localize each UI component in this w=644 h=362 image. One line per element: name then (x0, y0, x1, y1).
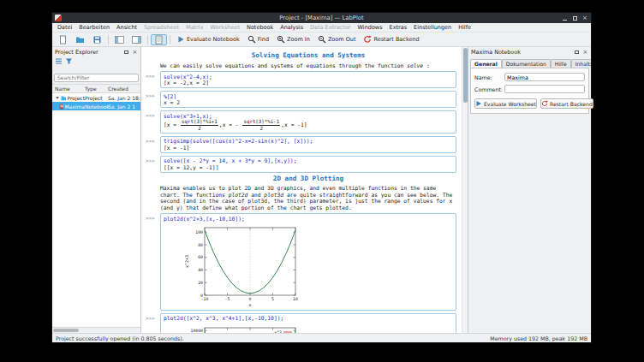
tree-row-maxima[interactable]: M Maxima Notebook Sa. Jan 2 1 (52, 102, 140, 110)
comment-input[interactable] (504, 85, 585, 93)
command-cell-plot2[interactable]: >>> plot2d([x^2, x^3, x^4+1],[x,-10,10])… (160, 313, 456, 334)
name-input[interactable] (504, 73, 585, 81)
restart-backend-button[interactable]: Restart Backend (360, 34, 422, 45)
cell-input[interactable]: solve([x - 2*y = 14, x + 3*y = 9],[x,y])… (164, 157, 453, 164)
command-cell[interactable]: >>> solve([x - 2*y = 14, x + 3*y = 9],[x… (160, 156, 456, 173)
svg-text:80: 80 (198, 243, 203, 247)
evaluate-notebook-button[interactable]: Evaluate Notebook (173, 34, 243, 45)
restart-icon (541, 100, 548, 107)
cell-prompt: >>> (146, 93, 159, 100)
zoom-out-icon (318, 35, 326, 44)
maximize-button[interactable] (571, 15, 578, 21)
menu-hilfe[interactable]: Hilfe (455, 24, 474, 31)
cell-input[interactable]: trigsimp(solve([cos(x)^2-x=2-sin(x)^2], … (164, 138, 453, 145)
text-entry[interactable]: Maxima enables us to plot 2D and 3D grap… (160, 185, 456, 211)
output-fragment: ,x = -1] (281, 122, 307, 128)
menu-datei[interactable]: Datei (54, 24, 75, 31)
open-project-button[interactable] (72, 34, 88, 45)
notebook-view-button[interactable] (151, 34, 167, 45)
notebook-page-icon (154, 35, 164, 45)
maximize-icon (573, 16, 577, 21)
project-tree: Name Type Created Project Project Sa. Ja… (52, 84, 140, 327)
menu-analysis[interactable]: Analysis (277, 24, 307, 31)
scrollbar-thumb[interactable] (463, 48, 468, 103)
command-cell-plot1[interactable]: >>> plot2d(x^2+3,[x,-10,10]); 0204060801… (160, 213, 456, 311)
column-name[interactable]: Name (52, 86, 85, 92)
toggle-properties-button[interactable] (128, 34, 145, 45)
project-explorer-header: Project Explorer × (52, 47, 140, 56)
float-icon (575, 50, 579, 54)
evaluate-worksheet-button[interactable]: Evaluate Worksheet (474, 98, 537, 109)
command-cell[interactable]: >>> %[2] x = 2 (160, 91, 456, 108)
cell-output: x = 2 (164, 99, 453, 106)
plot2d-parabola-chart: 020406080100-10-50510xx^2+3 (184, 223, 300, 307)
properties-title: Maxima Notebook (471, 49, 571, 56)
column-type[interactable]: Type (85, 86, 108, 92)
menu-notebook[interactable]: Notebook (243, 24, 277, 31)
maxima-notebook-icon: M (59, 104, 63, 110)
close-dock-button[interactable]: × (132, 49, 138, 55)
expand-all-button[interactable] (55, 57, 63, 65)
notebook-content[interactable]: Solving Equations and Systems We can eas… (141, 47, 462, 333)
save-project-button[interactable] (89, 34, 105, 45)
minimize-button[interactable] (561, 15, 568, 21)
cell-output: [[x = 12,y = -1]] (164, 164, 453, 171)
restart-backend-button[interactable]: Restart Backend (540, 98, 593, 109)
horizontal-scrollbar[interactable] (52, 327, 140, 333)
text-fragment: plot2d (229, 192, 248, 198)
svg-text:10000: 10000 (191, 328, 204, 332)
expander-icon[interactable] (56, 97, 59, 99)
menu-einstellungen[interactable]: Einstellungen (410, 24, 455, 31)
tab-inhaltsverzeichnis[interactable]: Inhaltsverzeichnis (571, 59, 591, 68)
filter-options-icon (65, 57, 73, 65)
find-label: Find (258, 36, 269, 43)
zoom-in-button[interactable]: Zoom In (273, 34, 313, 45)
fraction-numerator: sqrt(3)*%i+1 (181, 119, 218, 126)
close-button[interactable]: × (581, 15, 588, 21)
command-cell[interactable]: >>> solve(x^3+1,x); [x = sqrt(3)*%i+12 ,… (160, 110, 456, 134)
command-cell[interactable]: >>> solve(x^2-4,x); [x = -2,x = 2] (160, 71, 456, 88)
toolbar-separator (108, 35, 109, 45)
column-created[interactable]: Created (108, 86, 140, 92)
tab-general[interactable]: General (470, 59, 502, 68)
svg-text:x: x (248, 302, 251, 307)
float-dock-button[interactable] (123, 49, 129, 55)
tree-row-project[interactable]: Project Project Sa. Jan 2 18: (52, 93, 140, 102)
vertical-scrollbar[interactable] (462, 47, 468, 333)
menu-extras[interactable]: Extras (386, 24, 411, 31)
float-dock-button[interactable] (574, 49, 580, 55)
menu-bearbeiten[interactable]: Bearbeiten (75, 24, 113, 31)
search-icon (247, 35, 256, 44)
fraction-numerator: sqrt(3)*%i-1 (242, 119, 280, 126)
project-explorer-filter (52, 66, 140, 84)
tab-hilfe[interactable]: Hilfe (551, 59, 571, 68)
cell-input[interactable]: %[2] (164, 93, 453, 100)
find-button[interactable]: Find (244, 34, 272, 45)
panel-right-icon (132, 35, 141, 45)
filter-options-button[interactable] (65, 57, 73, 65)
scrollbar-thumb[interactable] (53, 329, 79, 332)
project-explorer-toolbar (52, 56, 140, 66)
cell-input[interactable]: solve(x^3+1,x); (164, 113, 453, 120)
cell-prompt: >>> (146, 139, 159, 145)
toolbar-separator (147, 35, 148, 45)
toolbar-separator (170, 35, 170, 45)
text-entry[interactable]: We can easily solve equations and system… (160, 62, 456, 69)
menu-windows[interactable]: Windows (355, 24, 386, 31)
command-cell[interactable]: >>> trigsimp(solve([cos(x)^2-x=2-sin(x)^… (160, 136, 456, 153)
cell-input[interactable]: solve(x^2-4,x); (164, 74, 453, 80)
close-dock-button[interactable]: × (582, 49, 588, 55)
new-project-button[interactable] (55, 34, 71, 45)
svg-text:5: 5 (271, 297, 274, 301)
cell-input[interactable]: plot2d([x^2, x^3, x^4+1],[x,-10,10]); (164, 315, 453, 322)
tab-dokumentation[interactable]: Dokumentation (502, 59, 551, 68)
titlebar[interactable]: Project - [Maxima] — LabPlot × (52, 13, 591, 23)
project-explorer-dock: Project Explorer × Name Type Create (52, 47, 141, 333)
window-title: Project - [Maxima] — LabPlot (52, 15, 591, 21)
search-filter-input[interactable] (54, 74, 139, 82)
main-toolbar: Evaluate Notebook Find Zoom In Zoom Out … (52, 33, 591, 47)
cell-input[interactable]: plot2d(x^2+3,[x,-10,10]); (164, 216, 453, 223)
zoom-out-button[interactable]: Zoom Out (314, 34, 360, 45)
toggle-project-explorer-button[interactable] (111, 34, 128, 45)
menu-ansicht[interactable]: Ansicht (113, 24, 140, 31)
